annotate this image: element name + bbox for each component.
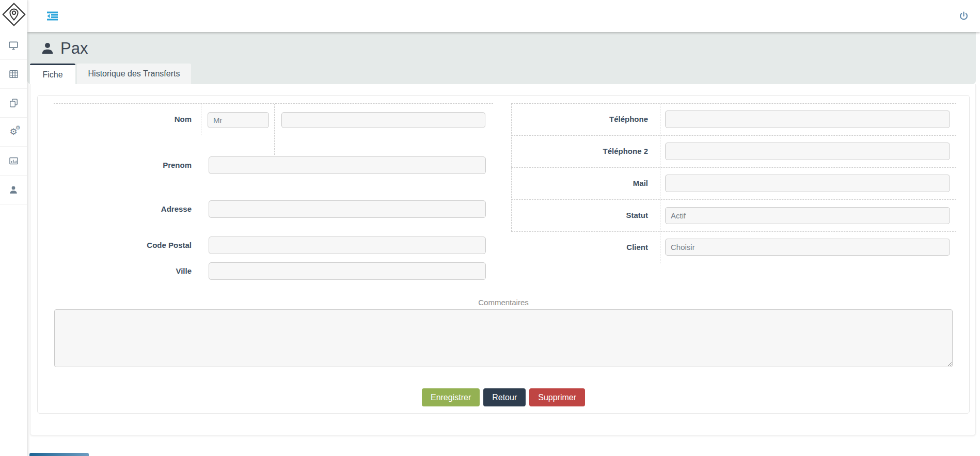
fiche-form-panel: Nom Mr Prenom Adresse Code Postal Ville …: [37, 95, 970, 414]
top-navbar: [27, 0, 980, 32]
bottom-blue-bar: [29, 453, 89, 456]
telephone2-input[interactable]: [665, 143, 950, 160]
commentaires-label: Commentaires: [38, 298, 969, 307]
sidebar-toggle-button[interactable]: [47, 11, 58, 21]
dashed-line: [274, 104, 275, 155]
tab-bar: Fiche Historique des Transferts: [30, 64, 191, 84]
form-actions: Enregistrer Retour Supprimer: [38, 388, 969, 406]
tab-content: Nom Mr Prenom Adresse Code Postal Ville …: [30, 84, 976, 435]
supprimer-button[interactable]: Supprimer: [529, 388, 585, 406]
app-window: ⚙⚙: [0, 0, 980, 456]
client-label: Client: [511, 231, 654, 263]
telephone2-label: Téléphone 2: [511, 135, 654, 167]
sidebar-nav: ⚙⚙: [0, 31, 27, 205]
dashed-line: [660, 104, 660, 263]
telephone-input[interactable]: [665, 111, 950, 128]
mail-label: Mail: [511, 167, 654, 199]
commentaires-textarea[interactable]: [54, 309, 953, 367]
nom-title-select[interactable]: Mr: [208, 112, 269, 128]
sidebar: ⚙⚙: [0, 0, 27, 456]
app-logo[interactable]: [0, 0, 27, 29]
logout-button[interactable]: [959, 11, 969, 21]
prenom-label: Prenom: [54, 156, 195, 174]
statut-select[interactable]: Actif: [665, 207, 950, 224]
page-header-band: Pax Fiche Historique des Transferts: [27, 32, 976, 84]
statut-label: Statut: [511, 199, 654, 231]
page-title-text: Pax: [60, 39, 88, 58]
mail-input[interactable]: [665, 175, 950, 192]
cogs-icon: ⚙⚙: [9, 128, 17, 136]
telephone-label: Téléphone: [511, 103, 654, 135]
nom-label: Nom: [54, 103, 195, 135]
sidebar-item-table[interactable]: [0, 60, 27, 89]
nom-input[interactable]: [281, 112, 485, 128]
page-title: Pax: [41, 39, 88, 58]
sidebar-item-user[interactable]: [0, 176, 27, 205]
location-pin-diamond-logo: [2, 2, 26, 27]
monitor-icon: [8, 40, 19, 51]
outdent-icon: [47, 11, 58, 21]
copy-icon: [9, 98, 19, 108]
retour-button[interactable]: Retour: [483, 388, 526, 406]
table-icon: [9, 69, 19, 79]
ville-label: Ville: [54, 262, 195, 280]
tab-label: Historique des Transferts: [88, 69, 180, 78]
ville-input[interactable]: [209, 262, 486, 280]
tab-fiche[interactable]: Fiche: [30, 64, 75, 84]
dashed-line: [201, 104, 201, 135]
tab-historique-des-transferts[interactable]: Historique des Transferts: [77, 64, 191, 84]
bar-chart-icon: [9, 156, 19, 166]
adresse-input[interactable]: [209, 200, 486, 218]
sidebar-item-settings[interactable]: ⚙⚙: [0, 118, 27, 147]
prenom-input[interactable]: [209, 156, 486, 174]
sidebar-item-stats[interactable]: [0, 147, 27, 176]
adresse-label: Adresse: [54, 200, 195, 218]
user-icon: [41, 42, 54, 55]
user-icon: [9, 185, 18, 195]
code-postal-label: Code Postal: [54, 237, 195, 254]
tab-label: Fiche: [42, 70, 62, 80]
code-postal-input[interactable]: [209, 237, 486, 254]
enregistrer-button[interactable]: Enregistrer: [422, 388, 480, 406]
power-icon: [959, 11, 969, 21]
sidebar-item-copy[interactable]: [0, 89, 27, 118]
sidebar-item-monitor[interactable]: [0, 31, 27, 60]
client-select[interactable]: Choisir: [665, 239, 950, 256]
